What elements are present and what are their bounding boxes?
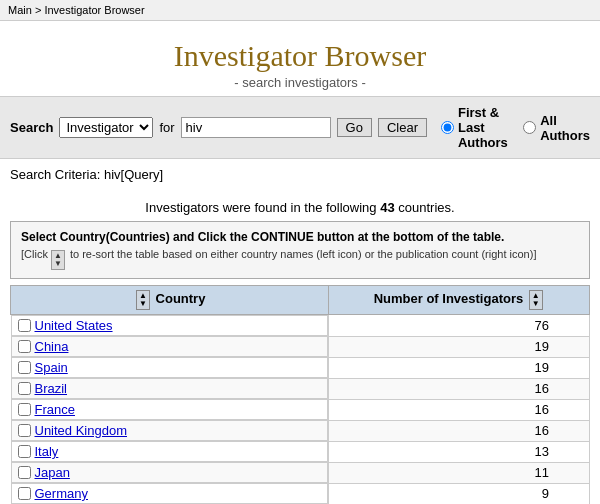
country-link[interactable]: France: [35, 402, 75, 417]
page-header: Investigator Browser - search investigat…: [0, 21, 600, 96]
country-cell: United States: [11, 315, 329, 336]
go-button[interactable]: Go: [337, 118, 372, 137]
table-row: China19: [11, 336, 590, 357]
first-last-authors-label[interactable]: First & Last Authors: [458, 105, 519, 150]
sort-arrows-icon[interactable]: ▲▼: [51, 250, 65, 270]
country-checkbox[interactable]: [18, 403, 31, 416]
country-cell: Brazil: [11, 378, 329, 399]
investigator-count: 76: [329, 315, 590, 337]
search-input[interactable]: [181, 117, 331, 138]
country-sort-icon[interactable]: ▲▼: [136, 290, 150, 310]
all-authors-radio[interactable]: [523, 121, 536, 134]
country-checkbox[interactable]: [18, 424, 31, 437]
search-label: Search: [10, 120, 53, 135]
table-row: United Kingdom16: [11, 420, 590, 441]
sort-hint-text: to re-sort the table based on either cou…: [70, 248, 537, 260]
country-link[interactable]: United States: [35, 318, 113, 333]
investigator-count: 13: [329, 441, 590, 462]
first-last-authors-radio[interactable]: [441, 121, 454, 134]
country-checkbox[interactable]: [18, 361, 31, 374]
country-checkbox[interactable]: [18, 319, 31, 332]
table-row: Japan11: [11, 462, 590, 483]
investigator-count: 16: [329, 420, 590, 441]
table-row: Brazil16: [11, 378, 590, 399]
country-cell: Germany: [11, 483, 329, 504]
sort-hint-bracket: [Click: [21, 248, 51, 260]
instruction-text: Select Country(Countries) and Click the …: [21, 230, 579, 244]
table-row: France16: [11, 399, 590, 420]
author-filter-group: First & Last Authors All Authors: [441, 105, 590, 150]
country-link[interactable]: Japan: [35, 465, 70, 480]
count-sort-icon[interactable]: ▲▼: [529, 290, 543, 310]
page-title: Investigator Browser: [0, 39, 600, 73]
country-col-label: Country: [156, 291, 206, 306]
sort-hint: [Click ▲▼ to re-sort the table based on …: [21, 248, 579, 270]
country-link[interactable]: Brazil: [35, 381, 68, 396]
country-table-body: United States76China19Spain19Brazil16Fra…: [11, 315, 590, 505]
page-subtitle: - search investigators -: [0, 75, 600, 90]
country-link[interactable]: Germany: [35, 486, 88, 501]
country-checkbox[interactable]: [18, 340, 31, 353]
investigator-count: 19: [329, 357, 590, 378]
country-count: 43: [380, 200, 394, 215]
country-link[interactable]: China: [35, 339, 69, 354]
search-criteria: Search Criteria: hiv[Query]: [0, 159, 600, 190]
search-bar: Search Investigator Author Institution f…: [0, 96, 600, 159]
search-type-select[interactable]: Investigator Author Institution: [59, 117, 153, 138]
breadcrumb-current: Investigator Browser: [44, 4, 144, 16]
search-criteria-query: hiv[Query]: [104, 167, 163, 182]
breadcrumb-separator: >: [35, 4, 44, 16]
table-header-row: ▲▼ Country Number of Investigators ▲▼: [11, 286, 590, 315]
all-authors-label[interactable]: All Authors: [540, 113, 590, 143]
country-checkbox[interactable]: [18, 466, 31, 479]
investigator-count: 11: [329, 462, 590, 483]
country-link[interactable]: United Kingdom: [35, 423, 128, 438]
country-cell: Japan: [11, 462, 329, 483]
country-link[interactable]: Italy: [35, 444, 59, 459]
table-row: Italy13: [11, 441, 590, 462]
found-msg-suffix: countries.: [398, 200, 454, 215]
found-message: Investigators were found in the followin…: [10, 190, 590, 221]
country-column-header: ▲▼ Country: [11, 286, 329, 315]
found-msg-prefix: Investigators were found in the followin…: [145, 200, 376, 215]
country-selection-box: Select Country(Countries) and Click the …: [10, 221, 590, 279]
for-label: for: [159, 120, 174, 135]
table-row: Spain19: [11, 357, 590, 378]
country-table: ▲▼ Country Number of Investigators ▲▼ Un…: [10, 285, 590, 504]
table-row: United States76: [11, 315, 590, 337]
country-checkbox[interactable]: [18, 382, 31, 395]
count-column-header: Number of Investigators ▲▼: [329, 286, 590, 315]
count-col-label: Number of Investigators: [374, 291, 524, 306]
breadcrumb: Main > Investigator Browser: [0, 0, 600, 21]
country-cell: Italy: [11, 441, 329, 462]
search-criteria-label: Search Criteria:: [10, 167, 100, 182]
investigator-count: 16: [329, 399, 590, 420]
country-link[interactable]: Spain: [35, 360, 68, 375]
country-cell: Spain: [11, 357, 329, 378]
investigator-count: 19: [329, 336, 590, 357]
table-row: Germany9: [11, 483, 590, 504]
breadcrumb-main-link[interactable]: Main: [8, 4, 32, 16]
country-cell: China: [11, 336, 329, 357]
main-content: Investigators were found in the followin…: [0, 190, 600, 504]
country-cell: France: [11, 399, 329, 420]
clear-button[interactable]: Clear: [378, 118, 427, 137]
country-checkbox[interactable]: [18, 487, 31, 500]
investigator-count: 16: [329, 378, 590, 399]
investigator-count: 9: [329, 483, 590, 504]
country-checkbox[interactable]: [18, 445, 31, 458]
country-cell: United Kingdom: [11, 420, 329, 441]
